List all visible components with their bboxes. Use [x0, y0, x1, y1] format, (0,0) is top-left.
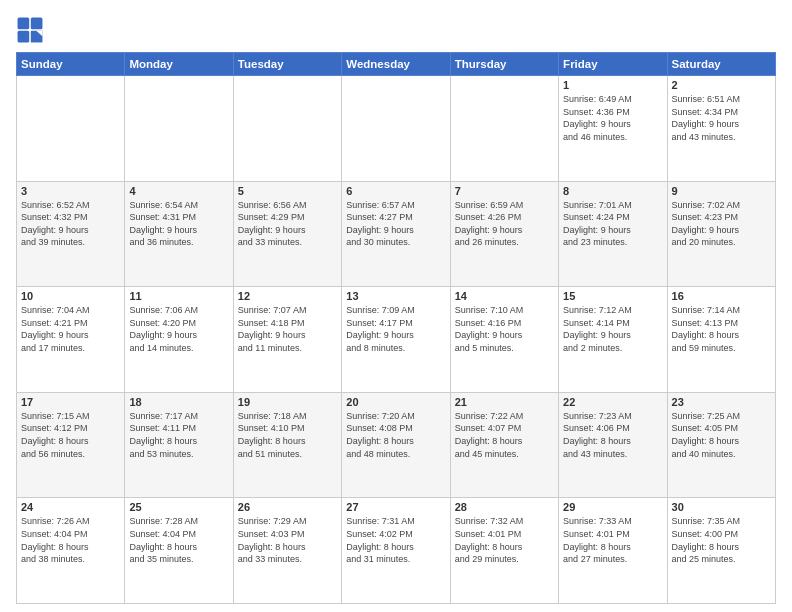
day-number: 3 [21, 185, 120, 197]
day-info: Sunrise: 7:32 AM Sunset: 4:01 PM Dayligh… [455, 515, 554, 565]
day-info: Sunrise: 7:29 AM Sunset: 4:03 PM Dayligh… [238, 515, 337, 565]
calendar-cell: 12Sunrise: 7:07 AM Sunset: 4:18 PM Dayli… [233, 287, 341, 393]
calendar-cell [450, 76, 558, 182]
calendar-cell: 2Sunrise: 6:51 AM Sunset: 4:34 PM Daylig… [667, 76, 775, 182]
day-number: 4 [129, 185, 228, 197]
day-info: Sunrise: 7:12 AM Sunset: 4:14 PM Dayligh… [563, 304, 662, 354]
calendar-cell: 15Sunrise: 7:12 AM Sunset: 4:14 PM Dayli… [559, 287, 667, 393]
day-number: 29 [563, 501, 662, 513]
calendar-cell: 20Sunrise: 7:20 AM Sunset: 4:08 PM Dayli… [342, 392, 450, 498]
day-info: Sunrise: 6:49 AM Sunset: 4:36 PM Dayligh… [563, 93, 662, 143]
calendar-cell: 16Sunrise: 7:14 AM Sunset: 4:13 PM Dayli… [667, 287, 775, 393]
day-info: Sunrise: 6:52 AM Sunset: 4:32 PM Dayligh… [21, 199, 120, 249]
calendar-cell: 11Sunrise: 7:06 AM Sunset: 4:20 PM Dayli… [125, 287, 233, 393]
day-number: 11 [129, 290, 228, 302]
day-info: Sunrise: 6:54 AM Sunset: 4:31 PM Dayligh… [129, 199, 228, 249]
day-number: 26 [238, 501, 337, 513]
weekday-header-wednesday: Wednesday [342, 53, 450, 76]
day-info: Sunrise: 7:17 AM Sunset: 4:11 PM Dayligh… [129, 410, 228, 460]
calendar-cell: 17Sunrise: 7:15 AM Sunset: 4:12 PM Dayli… [17, 392, 125, 498]
calendar-cell: 8Sunrise: 7:01 AM Sunset: 4:24 PM Daylig… [559, 181, 667, 287]
day-info: Sunrise: 7:06 AM Sunset: 4:20 PM Dayligh… [129, 304, 228, 354]
day-number: 19 [238, 396, 337, 408]
calendar-table: SundayMondayTuesdayWednesdayThursdayFrid… [16, 52, 776, 604]
calendar-cell: 9Sunrise: 7:02 AM Sunset: 4:23 PM Daylig… [667, 181, 775, 287]
calendar-cell: 23Sunrise: 7:25 AM Sunset: 4:05 PM Dayli… [667, 392, 775, 498]
day-number: 8 [563, 185, 662, 197]
calendar-cell: 28Sunrise: 7:32 AM Sunset: 4:01 PM Dayli… [450, 498, 558, 604]
svg-rect-1 [18, 18, 30, 30]
calendar-week-4: 24Sunrise: 7:26 AM Sunset: 4:04 PM Dayli… [17, 498, 776, 604]
calendar-cell: 13Sunrise: 7:09 AM Sunset: 4:17 PM Dayli… [342, 287, 450, 393]
day-number: 7 [455, 185, 554, 197]
day-info: Sunrise: 7:18 AM Sunset: 4:10 PM Dayligh… [238, 410, 337, 460]
calendar-cell: 1Sunrise: 6:49 AM Sunset: 4:36 PM Daylig… [559, 76, 667, 182]
day-number: 15 [563, 290, 662, 302]
day-number: 2 [672, 79, 771, 91]
calendar-cell: 24Sunrise: 7:26 AM Sunset: 4:04 PM Dayli… [17, 498, 125, 604]
day-number: 27 [346, 501, 445, 513]
day-number: 30 [672, 501, 771, 513]
day-info: Sunrise: 6:56 AM Sunset: 4:29 PM Dayligh… [238, 199, 337, 249]
day-info: Sunrise: 7:35 AM Sunset: 4:00 PM Dayligh… [672, 515, 771, 565]
weekday-header-sunday: Sunday [17, 53, 125, 76]
calendar-cell [233, 76, 341, 182]
logo [16, 16, 48, 44]
day-info: Sunrise: 7:23 AM Sunset: 4:06 PM Dayligh… [563, 410, 662, 460]
day-number: 23 [672, 396, 771, 408]
day-number: 10 [21, 290, 120, 302]
day-number: 22 [563, 396, 662, 408]
day-number: 21 [455, 396, 554, 408]
day-number: 28 [455, 501, 554, 513]
calendar-cell: 3Sunrise: 6:52 AM Sunset: 4:32 PM Daylig… [17, 181, 125, 287]
day-number: 17 [21, 396, 120, 408]
calendar-cell: 5Sunrise: 6:56 AM Sunset: 4:29 PM Daylig… [233, 181, 341, 287]
day-info: Sunrise: 7:14 AM Sunset: 4:13 PM Dayligh… [672, 304, 771, 354]
day-info: Sunrise: 7:33 AM Sunset: 4:01 PM Dayligh… [563, 515, 662, 565]
day-info: Sunrise: 7:28 AM Sunset: 4:04 PM Dayligh… [129, 515, 228, 565]
weekday-header-monday: Monday [125, 53, 233, 76]
page-header [16, 16, 776, 44]
calendar-cell: 6Sunrise: 6:57 AM Sunset: 4:27 PM Daylig… [342, 181, 450, 287]
day-number: 16 [672, 290, 771, 302]
weekday-header-row: SundayMondayTuesdayWednesdayThursdayFrid… [17, 53, 776, 76]
day-number: 5 [238, 185, 337, 197]
day-info: Sunrise: 6:59 AM Sunset: 4:26 PM Dayligh… [455, 199, 554, 249]
calendar-week-1: 3Sunrise: 6:52 AM Sunset: 4:32 PM Daylig… [17, 181, 776, 287]
weekday-header-tuesday: Tuesday [233, 53, 341, 76]
day-number: 18 [129, 396, 228, 408]
day-number: 13 [346, 290, 445, 302]
calendar-cell: 30Sunrise: 7:35 AM Sunset: 4:00 PM Dayli… [667, 498, 775, 604]
calendar-cell: 7Sunrise: 6:59 AM Sunset: 4:26 PM Daylig… [450, 181, 558, 287]
calendar-cell: 18Sunrise: 7:17 AM Sunset: 4:11 PM Dayli… [125, 392, 233, 498]
day-info: Sunrise: 7:31 AM Sunset: 4:02 PM Dayligh… [346, 515, 445, 565]
day-number: 14 [455, 290, 554, 302]
calendar-cell: 29Sunrise: 7:33 AM Sunset: 4:01 PM Dayli… [559, 498, 667, 604]
day-info: Sunrise: 7:15 AM Sunset: 4:12 PM Dayligh… [21, 410, 120, 460]
day-number: 6 [346, 185, 445, 197]
day-info: Sunrise: 7:09 AM Sunset: 4:17 PM Dayligh… [346, 304, 445, 354]
calendar-cell: 4Sunrise: 6:54 AM Sunset: 4:31 PM Daylig… [125, 181, 233, 287]
day-info: Sunrise: 6:57 AM Sunset: 4:27 PM Dayligh… [346, 199, 445, 249]
calendar-cell: 10Sunrise: 7:04 AM Sunset: 4:21 PM Dayli… [17, 287, 125, 393]
calendar-cell: 25Sunrise: 7:28 AM Sunset: 4:04 PM Dayli… [125, 498, 233, 604]
day-number: 12 [238, 290, 337, 302]
calendar-cell: 21Sunrise: 7:22 AM Sunset: 4:07 PM Dayli… [450, 392, 558, 498]
day-info: Sunrise: 7:22 AM Sunset: 4:07 PM Dayligh… [455, 410, 554, 460]
weekday-header-friday: Friday [559, 53, 667, 76]
day-number: 1 [563, 79, 662, 91]
calendar-cell: 27Sunrise: 7:31 AM Sunset: 4:02 PM Dayli… [342, 498, 450, 604]
weekday-header-saturday: Saturday [667, 53, 775, 76]
calendar-cell: 14Sunrise: 7:10 AM Sunset: 4:16 PM Dayli… [450, 287, 558, 393]
calendar-cell [342, 76, 450, 182]
day-info: Sunrise: 7:04 AM Sunset: 4:21 PM Dayligh… [21, 304, 120, 354]
day-info: Sunrise: 7:26 AM Sunset: 4:04 PM Dayligh… [21, 515, 120, 565]
calendar-cell: 19Sunrise: 7:18 AM Sunset: 4:10 PM Dayli… [233, 392, 341, 498]
calendar-cell: 22Sunrise: 7:23 AM Sunset: 4:06 PM Dayli… [559, 392, 667, 498]
day-info: Sunrise: 6:51 AM Sunset: 4:34 PM Dayligh… [672, 93, 771, 143]
calendar-week-3: 17Sunrise: 7:15 AM Sunset: 4:12 PM Dayli… [17, 392, 776, 498]
day-info: Sunrise: 7:02 AM Sunset: 4:23 PM Dayligh… [672, 199, 771, 249]
day-number: 24 [21, 501, 120, 513]
weekday-header-thursday: Thursday [450, 53, 558, 76]
day-number: 20 [346, 396, 445, 408]
